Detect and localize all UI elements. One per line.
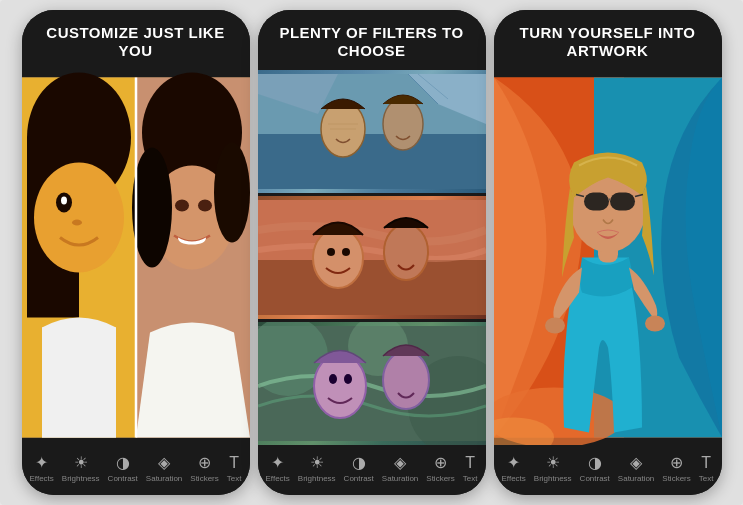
- toolbar-contrast-2[interactable]: ◑ Contrast: [344, 453, 374, 483]
- text-label: Text: [227, 474, 242, 483]
- card-1-title-text: CUSTOMIZE JUST LIKE YOU: [46, 24, 224, 59]
- card-2-title-text: PLENTY OF FILTERS TO CHOOSE: [279, 24, 463, 59]
- toolbar-effects-2[interactable]: ✦ Effects: [266, 453, 290, 483]
- svg-point-12: [132, 148, 172, 268]
- text-icon: T: [229, 454, 239, 472]
- toolbar-brightness-2[interactable]: ☀ Brightness: [298, 453, 336, 483]
- text-label-2: Text: [463, 474, 478, 483]
- svg-point-43: [344, 374, 352, 384]
- contrast-label-3: Contrast: [580, 474, 610, 483]
- toolbar-effects-1[interactable]: ✦ Effects: [30, 453, 54, 483]
- text-label-3: Text: [699, 474, 714, 483]
- toolbar-brightness-1[interactable]: ☀ Brightness: [62, 453, 100, 483]
- card-1-content: [22, 70, 250, 445]
- card-2-content: [258, 70, 486, 445]
- svg-point-50: [645, 316, 665, 332]
- toolbar-text-2[interactable]: T Text: [463, 454, 478, 483]
- svg-point-14: [175, 200, 189, 212]
- svg-point-32: [384, 224, 428, 280]
- filter-1-image: [258, 70, 486, 193]
- card-1-image: [22, 70, 250, 445]
- toolbar-saturation-2[interactable]: ◈ Saturation: [382, 453, 418, 483]
- svg-point-31: [313, 228, 363, 288]
- app-container: CUSTOMIZE JUST LIKE YOU: [0, 0, 743, 505]
- card-3-title-text: TURN YOURSELF INTO ARTWORK: [520, 24, 696, 59]
- card-3-title: TURN YOURSELF INTO ARTWORK: [494, 10, 722, 70]
- stickers-icon-3: ⊕: [670, 453, 683, 472]
- filter-row-2: [258, 196, 486, 319]
- card-2-title: PLENTY OF FILTERS TO CHOOSE: [258, 10, 486, 70]
- svg-point-15: [198, 200, 212, 212]
- svg-rect-54: [610, 193, 635, 211]
- svg-point-41: [383, 351, 429, 409]
- svg-point-33: [327, 248, 335, 256]
- card-2-toolbar: ✦ Effects ☀ Brightness ◑ Contrast ◈ Satu…: [258, 445, 486, 495]
- toolbar-stickers-1[interactable]: ⊕ Stickers: [190, 453, 218, 483]
- svg-rect-30: [258, 260, 486, 315]
- saturation-label-2: Saturation: [382, 474, 418, 483]
- svg-point-6: [61, 197, 67, 205]
- phone-card-1: CUSTOMIZE JUST LIKE YOU: [22, 10, 250, 495]
- toolbar-brightness-3[interactable]: ☀ Brightness: [534, 453, 572, 483]
- toolbar-stickers-2[interactable]: ⊕ Stickers: [426, 453, 454, 483]
- filters-grid: [258, 70, 486, 445]
- contrast-icon-3: ◑: [588, 453, 602, 472]
- contrast-icon-2: ◑: [352, 453, 366, 472]
- toolbar-text-3[interactable]: T Text: [699, 454, 714, 483]
- filter-row-1: [258, 70, 486, 193]
- card-1-toolbar: ✦ Effects ☀ Brightness ◑ Contrast ◈ Satu…: [22, 445, 250, 495]
- phone-card-3: TURN YOURSELF INTO ARTWORK: [494, 10, 722, 495]
- filter-3-image: [258, 322, 486, 445]
- svg-point-42: [329, 374, 337, 384]
- svg-point-49: [545, 318, 565, 334]
- saturation-label-3: Saturation: [618, 474, 654, 483]
- card-3-toolbar: ✦ Effects ☀ Brightness ◑ Contrast ◈ Satu…: [494, 445, 722, 495]
- saturation-icon-3: ◈: [630, 453, 642, 472]
- effects-label-2: Effects: [266, 474, 290, 483]
- effects-icon-2: ✦: [271, 453, 284, 472]
- toolbar-text-1[interactable]: T Text: [227, 454, 242, 483]
- svg-rect-19: [258, 134, 486, 189]
- brightness-icon-2: ☀: [310, 453, 324, 472]
- text-icon-3: T: [701, 454, 711, 472]
- toolbar-contrast-3[interactable]: ◑ Contrast: [580, 453, 610, 483]
- saturation-label: Saturation: [146, 474, 182, 483]
- toolbar-effects-3[interactable]: ✦ Effects: [502, 453, 526, 483]
- svg-point-4: [34, 163, 124, 273]
- card-3-content: [494, 70, 722, 445]
- brightness-label-2: Brightness: [298, 474, 336, 483]
- brightness-label-3: Brightness: [534, 474, 572, 483]
- effects-icon: ✦: [35, 453, 48, 472]
- effects-label-3: Effects: [502, 474, 526, 483]
- toolbar-contrast-1[interactable]: ◑ Contrast: [108, 453, 138, 483]
- brightness-icon: ☀: [74, 453, 88, 472]
- stickers-label: Stickers: [190, 474, 218, 483]
- contrast-label-2: Contrast: [344, 474, 374, 483]
- contrast-label: Contrast: [108, 474, 138, 483]
- saturation-icon: ◈: [158, 453, 170, 472]
- saturation-icon-2: ◈: [394, 453, 406, 472]
- toolbar-saturation-1[interactable]: ◈ Saturation: [146, 453, 182, 483]
- stickers-label-2: Stickers: [426, 474, 454, 483]
- svg-point-25: [383, 98, 423, 150]
- svg-point-7: [72, 220, 82, 226]
- svg-point-34: [342, 248, 350, 256]
- filter-row-3: [258, 322, 486, 445]
- phone-card-2: PLENTY OF FILTERS TO CHOOSE: [258, 10, 486, 495]
- stickers-label-3: Stickers: [662, 474, 690, 483]
- filter-2-image: [258, 196, 486, 319]
- contrast-icon: ◑: [116, 453, 130, 472]
- card-1-title: CUSTOMIZE JUST LIKE YOU: [22, 10, 250, 70]
- effects-label: Effects: [30, 474, 54, 483]
- stickers-icon-2: ⊕: [434, 453, 447, 472]
- toolbar-stickers-3[interactable]: ⊕ Stickers: [662, 453, 690, 483]
- svg-rect-53: [584, 193, 609, 211]
- card-3-image: [494, 70, 722, 445]
- brightness-label: Brightness: [62, 474, 100, 483]
- effects-icon-3: ✦: [507, 453, 520, 472]
- toolbar-saturation-3[interactable]: ◈ Saturation: [618, 453, 654, 483]
- svg-point-13: [214, 143, 250, 243]
- svg-point-40: [314, 354, 366, 418]
- stickers-icon: ⊕: [198, 453, 211, 472]
- brightness-icon-3: ☀: [546, 453, 560, 472]
